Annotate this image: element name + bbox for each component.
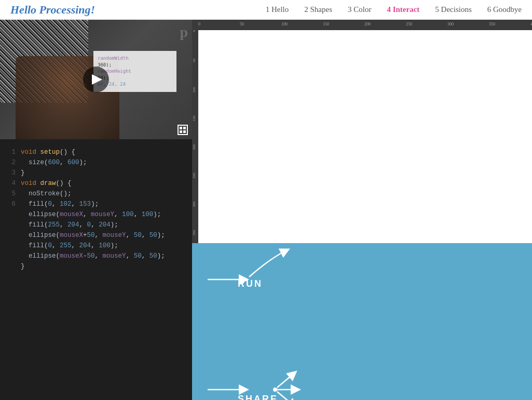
ruler-mark-v: 100 (192, 87, 196, 93)
p-logo: p (180, 24, 188, 41)
ruler-mark-v: 50 (192, 59, 196, 62)
nav-color[interactable]: 3 Color (348, 5, 371, 14)
canvas-wrapper: 0 50 100 150 200 250 300 350 400 450 500… (192, 20, 532, 243)
processing-canvas[interactable] (198, 30, 532, 243)
ruler-top: 0 50 100 150 200 250 300 350 400 450 500… (192, 20, 532, 30)
ruler-mark-v: 350 (192, 230, 196, 236)
code-content: void setup() { size(600, 600); } void dr… (21, 147, 184, 272)
left-panel: randomWidth 360); randomHeight 50); eY, … (0, 20, 192, 400)
code-editor[interactable]: 123456 void setup() { size(600, 600); } … (0, 139, 192, 400)
share-label: SHARE (238, 394, 278, 400)
info-area: RUN (192, 243, 532, 400)
site-title: Hello Processing! (10, 3, 95, 17)
video-area[interactable]: randomWidth 360); randomHeight 50); eY, … (0, 20, 192, 139)
ruler-mark-v: 150 (192, 116, 196, 122)
ruler-mark: 50 (240, 22, 244, 26)
nav-shapes[interactable]: 2 Shapes (304, 5, 332, 14)
nav-interact[interactable]: 4 Interact (387, 5, 419, 14)
run-label: RUN (238, 278, 263, 289)
main-content: randomWidth 360); randomHeight 50); eY, … (0, 20, 532, 400)
nav-goodbye[interactable]: 6 Goodbye (487, 5, 522, 14)
ruler-mark: 0 (198, 22, 200, 26)
svg-point-2 (273, 388, 277, 392)
main-nav: 1 Hello 2 Shapes 3 Color 4 Interact 5 De… (266, 5, 522, 14)
canvas-area: 0 50 100 150 200 250 300 350 (192, 30, 532, 243)
ruler-mark-v: 0 (192, 30, 196, 32)
ruler-mark: 150 (323, 22, 329, 26)
line-numbers: 123456 (5, 147, 16, 209)
ruler-mark: 100 (281, 22, 288, 26)
nav-decisions[interactable]: 5 Decisions (435, 5, 471, 14)
nav-hello[interactable]: 1 Hello (266, 5, 289, 14)
ruler-mark: 200 (364, 22, 371, 26)
ruler-mark-v: 250 (192, 173, 196, 179)
ruler-mark-v: 300 (192, 202, 196, 207)
header: Hello Processing! 1 Hello 2 Shapes 3 Col… (0, 0, 532, 20)
ruler-mark-v: 200 (192, 144, 196, 150)
ruler-mark: 300 (447, 22, 454, 26)
ruler-left: 0 50 100 150 200 250 300 350 (192, 30, 198, 243)
svg-line-3 (277, 374, 293, 388)
ruler-mark: 250 (406, 22, 412, 26)
ruler-mark: 350 (489, 22, 495, 26)
svg-line-5 (277, 392, 293, 400)
play-button[interactable] (83, 66, 109, 92)
fullscreen-button[interactable] (178, 125, 188, 135)
right-panel: 0 50 100 150 200 250 300 350 400 450 500… (192, 20, 532, 400)
